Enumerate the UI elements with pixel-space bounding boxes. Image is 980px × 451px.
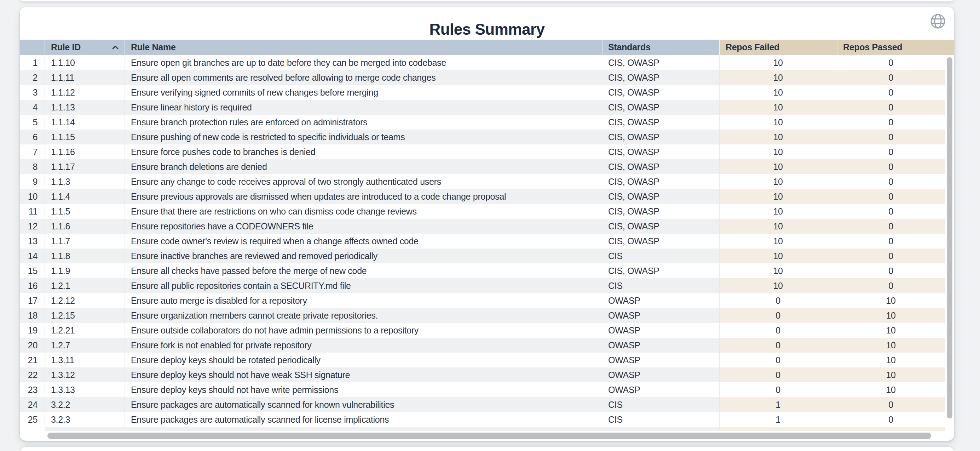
cell-standards: CIS [602,249,719,263]
cell-standards: CIS [602,278,719,293]
cell-rule_name: Ensure branch protection rules are enfor… [124,115,602,129]
cell-repos_failed: 10 [719,159,837,174]
table-row: 41.1.13Ensure linear history is required… [20,100,945,115]
column-header-index[interactable] [20,40,45,55]
cell-index: 17 [20,293,45,308]
column-header-repos_failed[interactable]: Repos Failed [719,40,837,55]
cell-rule_name: Ensure outside collaborators do not have… [124,323,602,338]
cell-index: 14 [20,249,45,263]
cell-index: 13 [20,234,45,249]
cell-rule_id: 1.1.11 [45,70,124,85]
globe-button[interactable] [929,12,947,30]
cell-rule_id: 1.1.13 [45,100,124,115]
cell-rule_name: Ensure previous approvals are dismissed … [124,189,602,204]
cell-rule_name: Ensure branch deletions are denied [124,159,602,174]
table-row: 191.2.21Ensure outside collaborators do … [20,323,945,338]
cell-repos_passed: 10 [837,308,945,323]
cell-standards: OWASP [602,323,719,338]
cell-standards: CIS, OWASP [602,55,719,70]
cell-rule_id: 1.1.17 [45,159,124,174]
table-row: 243.2.2Ensure packages are automatically… [20,397,945,412]
cell-index: 18 [20,308,45,323]
table-row: 61.1.15Ensure pushing of new code is res… [20,129,945,144]
column-header-repos_passed[interactable]: Repos Passed [837,40,954,55]
cell-rule_id: 1.1.3 [45,174,124,189]
cell-rule_id: 1.2.12 [45,293,124,308]
table-row: 201.2.7Ensure fork is not enabled for pr… [20,338,945,352]
cell-index: 11 [20,204,45,219]
table-row: 71.1.16Ensure force pushes code to branc… [20,144,945,159]
horizontal-scrollbar-thumb[interactable] [48,433,931,439]
cell-rule_name: Ensure all open comments are resolved be… [124,70,602,85]
cell-repos_failed: 10 [719,278,837,293]
cell-index: 25 [20,412,45,427]
cell-repos_passed: 0 [837,234,945,249]
cell-standards: OWASP [602,308,719,323]
cell-repos_passed: 10 [837,293,945,308]
cell-repos_passed: 0 [837,55,945,70]
cell-index: 10 [20,189,45,204]
cell-index: 24 [20,397,45,412]
cell-rule_id: 1.1.6 [45,219,124,234]
cell-standards: CIS, OWASP [602,144,719,159]
table-row: 91.1.3Ensure any change to code receives… [20,174,945,189]
cell-repos_failed: 0 [719,338,837,352]
table-row: 121.1.6Ensure repositories have a CODEOW… [20,219,945,234]
cell-repos_passed: 0 [837,159,945,174]
cell-rule_name: Ensure packages are automatically scanne… [124,412,602,427]
cell-repos_failed: 1 [719,397,837,412]
cell-index: 1 [20,55,45,70]
cell-index: 19 [20,323,45,338]
cell-rule_id: 1.1.14 [45,115,124,129]
cell-repos_passed: 0 [837,278,945,293]
cell-repos_failed: 0 [719,308,837,323]
column-header-label: Repos Failed [725,42,780,53]
table-row: 51.1.14Ensure branch protection rules ar… [20,115,945,129]
cell-repos_failed: 10 [719,55,837,70]
cell-index: 20 [20,338,45,352]
vertical-scrollbar-thumb[interactable] [947,57,952,418]
cell-rule_id: 1.1.4 [45,189,124,204]
cell-standards: CIS, OWASP [602,129,719,144]
cell-index: 3 [20,85,45,100]
cell-rule_name: Ensure repositories have a CODEOWNERS fi… [124,219,602,234]
cell-repos_failed: 0 [719,367,837,382]
column-header-standards[interactable]: Standards [602,40,719,55]
cell-repos_passed: 0 [837,412,945,427]
cell-repos_failed: 10 [719,263,837,278]
cell-index: 16 [20,278,45,293]
table-row: 161.2.1Ensure all public repositories co… [20,278,945,293]
partial-warm-cells [719,427,945,431]
cell-repos_failed: 10 [719,129,837,144]
cell-rule_name: Ensure pushing of new code is restricted… [124,129,602,144]
partial-cool-cells [45,427,719,431]
cell-repos_failed: 1 [719,412,837,427]
cell-repos_passed: 10 [837,323,945,338]
cell-rule_id: 1.2.7 [45,338,124,352]
table-header-row: Rule IDRule NameStandardsRepos FailedRep… [20,40,954,55]
cell-standards: CIS, OWASP [602,189,719,204]
cell-standards: CIS, OWASP [602,100,719,115]
cell-rule_name: Ensure linear history is required [124,100,602,115]
column-header-rule_name[interactable]: Rule Name [124,40,602,55]
cell-index: 6 [20,129,45,144]
cell-rule_id: 1.2.15 [45,308,124,323]
page-title: Rules Summary [20,21,954,38]
cell-repos_failed: 0 [719,323,837,338]
cell-rule_name: Ensure deploy keys should be rotated per… [124,352,602,367]
cell-repos_passed: 10 [837,367,945,382]
cell-standards: CIS [602,397,719,412]
column-header-label: Repos Passed [843,42,902,53]
cell-standards: CIS, OWASP [602,263,719,278]
cell-index: 4 [20,100,45,115]
cell-index: 7 [20,144,45,159]
column-header-rule_id[interactable]: Rule ID [45,40,124,55]
rules-summary-card: Rules Summary Rule IDRule NameStandardsR… [20,7,954,441]
cell-rule_id: 1.1.8 [45,249,124,263]
cell-index: 9 [20,174,45,189]
cell-repos_failed: 10 [719,70,837,85]
cell-rule_id: 1.3.12 [45,367,124,382]
partial-gutter-cell [20,427,45,431]
cell-repos_failed: 10 [719,144,837,159]
table-body: 11.1.10Ensure open git branches are up t… [20,55,945,427]
